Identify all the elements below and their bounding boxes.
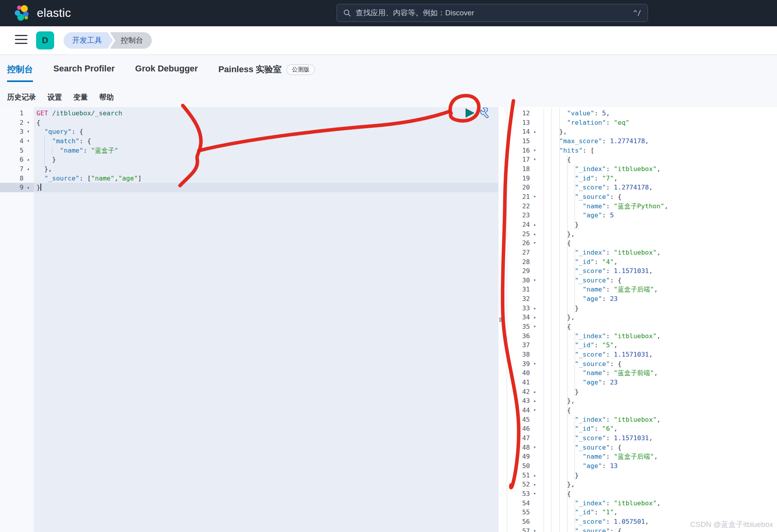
tab-grok-debugger[interactable]: Grok Debugger [135,64,198,79]
code-line: 29 "_score": 1.1571031, [507,266,777,276]
line-number: 33 [507,304,530,313]
tab-painless-lab[interactable]: Painless 实验室 公测版 [218,64,315,80]
code-line: 46 "_id": "6", [507,424,777,434]
breadcrumb-dev-tools[interactable]: 开发工具 [64,32,113,49]
code-line: 42▴ } [507,387,777,397]
fold-toggle-icon[interactable]: ▾ [530,155,539,164]
fold-toggle-icon[interactable]: ▾ [24,127,33,137]
fold-toggle-icon[interactable]: ▴ [24,183,33,192]
fold-toggle-icon[interactable]: ▴ [530,127,539,137]
fold-toggle-icon[interactable]: ▾ [530,406,539,415]
code-line: 41 "age": 23 [507,378,777,387]
code-line: 28 "_id": "4", [507,257,777,267]
pane-resize-handle[interactable]: ‖ [499,316,502,324]
line-number: 9 [0,183,24,192]
wrench-icon[interactable] [479,107,490,118]
fold-toggle-icon[interactable]: ▴ [530,220,539,230]
code-line: 38 "_score": 1.1571031, [507,350,777,359]
code-line: 45 "_index": "itbluebox", [507,415,777,425]
code-line: 30▾ "_source": { [507,276,777,285]
console-menu: 历史记录 设置 变量 帮助 [7,92,114,102]
line-number: 51 [507,471,530,480]
indent-guide [52,146,53,155]
fold-toggle-icon[interactable]: ▾ [530,276,539,285]
fold-toggle-icon[interactable]: ▾ [530,239,539,248]
global-search-input[interactable] [356,9,633,17]
fold-toggle-icon[interactable]: ▴ [24,155,33,164]
line-number: 8 [0,174,24,183]
send-request-play-icon[interactable] [464,107,475,118]
text-cursor [40,184,41,191]
tab-console[interactable]: 控制台 [7,64,33,82]
menu-settings[interactable]: 设置 [47,92,62,102]
line-number: 47 [507,434,530,443]
global-search[interactable]: ^/ [337,4,648,22]
console-workspace: 1GET /itbluebox/_search2▾{3▾ "query": {4… [0,107,777,532]
fold-toggle-icon[interactable]: ▾ [530,359,539,369]
line-number: 25 [507,230,530,239]
request-editor[interactable]: 1GET /itbluebox/_search2▾{3▾ "query": {4… [0,107,499,532]
csdn-watermark: CSDN @蓝盒子itbluebox [690,519,773,530]
fold-toggle-icon[interactable]: ▴ [530,304,539,313]
line-number: 35 [507,322,530,332]
fold-toggle-icon[interactable]: ▾ [530,443,539,452]
line-number: 50 [507,461,530,471]
response-viewer[interactable]: 12 "value": 5,13 "relation": "eq"14▴ },1… [507,107,777,532]
line-number: 56 [507,517,530,527]
line-number: 17 [507,155,530,164]
code-line: 53▾ { [507,489,777,499]
code-line: 1GET /itbluebox/_search [0,109,499,118]
indent-guide [575,499,575,532]
code-line: 55 "_id": "1", [507,508,777,517]
indent-guide [544,109,544,532]
line-number: 24 [507,220,530,230]
code-line: 9▴} [0,183,499,192]
menu-history[interactable]: 历史记录 [7,92,36,102]
code-line: 5 "name": "蓝盒子" [0,146,499,155]
line-number: 21 [507,192,530,202]
line-number: 41 [507,378,530,387]
fold-toggle-icon[interactable]: ▾ [530,527,539,532]
line-number: 44 [507,406,530,415]
breadcrumb: 开发工具 控制台 [64,32,152,49]
fold-toggle-icon[interactable]: ▴ [530,396,539,406]
fold-toggle-icon[interactable]: ▾ [24,137,33,146]
tab-search-profiler[interactable]: Search Profiler [53,64,115,79]
space-avatar[interactable]: D [36,31,54,49]
code-line: 49 "name": "蓝盒子后端", [507,452,777,461]
code-line: 34▴ }, [507,313,777,322]
line-number: 30 [507,276,530,285]
fold-toggle-icon[interactable]: ▴ [530,471,539,480]
menu-variables[interactable]: 变量 [73,92,88,102]
fold-toggle-icon[interactable]: ▾ [530,146,539,155]
code-line: 17▾ { [507,155,777,164]
line-number: 16 [507,146,530,155]
menu-hamburger-icon[interactable] [15,35,27,45]
line-number: 53 [507,489,530,499]
fold-toggle-icon[interactable]: ▴ [530,387,539,397]
code-line: 54 "_index": "itbluebox", [507,499,777,508]
code-line: 43▴ }, [507,396,777,406]
line-number: 38 [507,350,530,359]
indent-guide [559,109,560,532]
fold-toggle-icon[interactable]: ▴ [24,164,33,174]
fold-toggle-icon[interactable]: ▴ [530,230,539,239]
line-number: 18 [507,164,530,174]
line-number: 2 [0,118,24,128]
fold-toggle-icon[interactable]: ▾ [24,118,33,128]
line-number: 20 [507,183,530,192]
fold-toggle-icon[interactable]: ▾ [530,489,539,499]
line-number: 49 [507,452,530,461]
fold-toggle-icon[interactable]: ▴ [530,480,539,489]
fold-toggle-icon[interactable]: ▴ [530,313,539,322]
menu-help[interactable]: 帮助 [99,92,114,102]
code-line: 31 "name": "蓝盒子后端", [507,285,777,294]
code-line: 21▾ "_source": { [507,192,777,202]
fold-toggle-icon[interactable]: ▾ [530,192,539,202]
breadcrumb-bar: D 开发工具 控制台 [0,26,777,55]
line-number: 19 [507,174,530,183]
fold-toggle-icon[interactable]: ▾ [530,322,539,332]
code-line: 6▴ } [0,155,499,164]
line-number: 23 [507,211,530,220]
line-number: 57 [507,527,530,532]
